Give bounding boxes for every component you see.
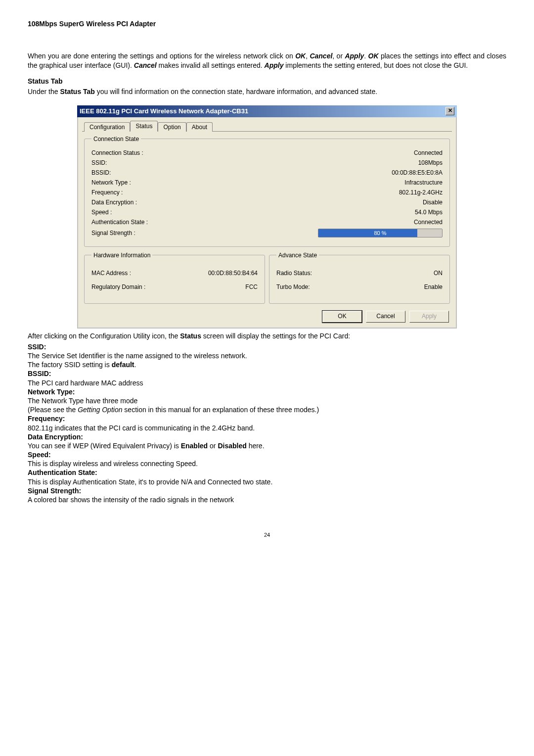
value: Connected: [414, 149, 443, 156]
page-number: 24: [28, 532, 506, 538]
tab-option[interactable]: Option: [158, 122, 186, 132]
signal-progress: 80 %: [318, 229, 443, 237]
kw-apply: Apply: [265, 61, 284, 69]
advance-legend: Advance State: [276, 252, 319, 259]
text: makes invalid all settings entered.: [157, 61, 265, 69]
label: Regulatory Domain :: [91, 284, 145, 290]
tab-configuration[interactable]: Configuration: [84, 122, 130, 132]
value: Connected: [414, 219, 443, 226]
bssid-heading: BSSID:: [28, 370, 51, 378]
frequency-heading: Frequency:: [28, 415, 65, 423]
text: screen will display the settings for the…: [201, 332, 350, 340]
signal-text: 80 %: [318, 230, 442, 236]
label: Data Encryption :: [91, 199, 423, 206]
text: When you are done entering the settings …: [28, 52, 295, 60]
label: Frequency :: [91, 189, 399, 196]
text: section in this manual for an explanatio…: [122, 406, 319, 414]
tab-about[interactable]: About: [186, 122, 213, 132]
intro-paragraph: When you are done entering the settings …: [28, 51, 506, 70]
label: SSID:: [91, 159, 418, 166]
row-auth-state: Authentication State :Connected: [91, 219, 443, 226]
row-turbo-mode: Turbo Mode: Enable: [276, 284, 443, 290]
page-title: 108Mbps SuperG Wireless PCI Adapter: [28, 20, 506, 28]
close-icon[interactable]: ✕: [445, 107, 454, 115]
row-radio-status: Radio Status: ON: [276, 270, 443, 277]
network-type-heading: Network Type:: [28, 388, 75, 396]
connection-state-legend: Connection State: [91, 136, 141, 142]
row-signal-strength: Signal Strength : 80 %: [91, 229, 443, 237]
kw-getting-option: Getting Option: [78, 406, 122, 414]
label: Signal Strength :: [91, 230, 318, 236]
text: or: [208, 442, 218, 450]
ok-button[interactable]: OK: [322, 311, 362, 323]
text: implements the setting entered, but does…: [283, 61, 468, 69]
label: Connection Status :: [91, 149, 414, 156]
value: Enable: [424, 284, 443, 290]
value: 54.0 Mbps: [415, 209, 443, 216]
label: Authentication State :: [91, 219, 414, 226]
label: MAC Address :: [91, 270, 131, 277]
auth-state-heading: Authentication State:: [28, 469, 97, 476]
row-frequency: Frequency :802.11g-2.4GHz: [91, 189, 443, 196]
row-speed: Speed :54.0 Mbps: [91, 209, 443, 216]
row-connection-status: Connection Status :Connected: [91, 149, 443, 156]
value: 00:0D:88:E5:E0:8A: [392, 169, 443, 176]
value: 802.11g-2.4GHz: [399, 189, 443, 196]
ssid-heading: SSID:: [28, 343, 46, 351]
speed-line: This is display wireless and wireless co…: [28, 460, 198, 468]
status-tab-heading: Status Tab: [28, 77, 506, 85]
label: Speed :: [91, 209, 415, 216]
network-type-line1: The Network Type have three mode: [28, 397, 137, 405]
text: (Please see the: [28, 406, 78, 414]
row-bssid: BSSID:00:0D:88:E5:E0:8A: [91, 169, 443, 176]
status-dialog: IEEE 802.11g PCI Card Wireless Network A…: [77, 105, 457, 329]
value: ON: [434, 270, 443, 277]
data-encryption-line: You can see if WEP (Wired Equivalent Pri…: [28, 442, 265, 450]
dialog-body: Configuration Status Option About Connec…: [77, 117, 457, 329]
ssid-line2: The factory SSID setting is default.: [28, 361, 136, 369]
hardware-info-group: Hardware Information MAC Address : 00:0D…: [84, 252, 265, 304]
value: 108Mbps: [418, 159, 443, 166]
kw-ok: OK: [295, 52, 306, 60]
row-ssid: SSID:108Mbps: [91, 159, 443, 166]
connection-state-group: Connection State Connection Status :Conn…: [84, 136, 450, 247]
apply-button[interactable]: Apply: [409, 311, 449, 323]
row-mac-address: MAC Address : 00:0D:88:50:B4:64: [91, 270, 258, 277]
value: FCC: [245, 284, 258, 290]
row-data-encryption: Data Encryption :Disable: [91, 199, 443, 206]
kw-ok: OK: [368, 52, 379, 60]
value: Disable: [423, 199, 443, 206]
advance-state-group: Advance State Radio Status: ON Turbo Mod…: [269, 252, 450, 304]
tab-strip: Configuration Status Option About: [82, 120, 452, 132]
row-network-type: Network Type :Infracstructure: [91, 179, 443, 186]
text: The factory SSID setting is: [28, 361, 112, 369]
speed-heading: Speed:: [28, 451, 51, 459]
label: Turbo Mode:: [276, 284, 310, 290]
title-bar: IEEE 802.11g PCI Card Wireless Network A…: [77, 105, 457, 117]
kw-enabled: Enabled: [181, 442, 208, 450]
kw-cancel: Cancel: [134, 61, 157, 69]
label: Radio Status:: [276, 270, 312, 277]
kw-status: Status: [180, 332, 201, 340]
window-title: IEEE 802.11g PCI Card Wireless Network A…: [80, 107, 248, 115]
kw-disabled: Disabled: [218, 442, 246, 450]
text: , or: [332, 52, 345, 60]
kw-apply: Apply: [345, 52, 364, 60]
ssid-line1: The Service Set Identifier is the name a…: [28, 352, 247, 360]
signal-strength-heading: Signal Strength:: [28, 487, 81, 495]
status-tab-paragraph: Under the Status Tab you will find infor…: [28, 87, 506, 96]
definitions: SSID: The Service Set Identifier is the …: [28, 342, 506, 504]
dialog-button-row: OK Cancel Apply: [82, 311, 452, 323]
label: Network Type :: [91, 179, 404, 186]
text: here.: [247, 442, 265, 450]
text: .: [364, 52, 368, 60]
hardware-legend: Hardware Information: [91, 252, 152, 259]
cancel-button[interactable]: Cancel: [366, 311, 405, 323]
text: You can see if WEP (Wired Equivalent Pri…: [28, 442, 181, 450]
text: After clicking on the Configuration Util…: [28, 332, 180, 340]
text: you will find information on the connect…: [95, 88, 377, 95]
text: .: [134, 361, 136, 369]
tab-status[interactable]: Status: [130, 121, 158, 132]
after-dialog-text: After clicking on the Configuration Util…: [28, 331, 506, 340]
auth-state-line: This is display Authentication State, it…: [28, 478, 272, 486]
